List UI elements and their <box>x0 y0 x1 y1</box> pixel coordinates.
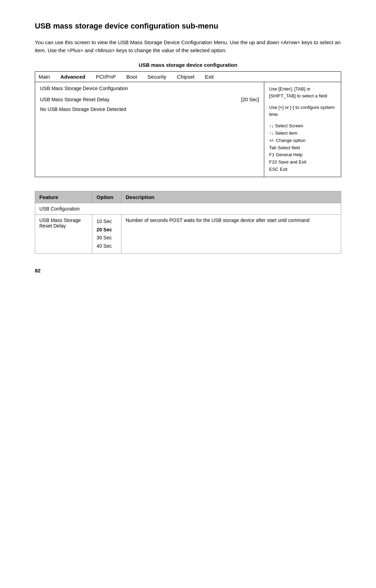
bios-left-panel: USB Mass Storage Device Configuration US… <box>35 82 264 177</box>
bios-reset-delay-value: [20 Sec] <box>241 97 259 102</box>
key-select-field: Tab Select field <box>269 144 336 152</box>
key-arrows-screen: ↑↓ <box>269 122 274 130</box>
option-10sec[interactable]: 10 Sec <box>96 217 117 226</box>
bios-menu-exit[interactable]: Exit <box>205 74 214 80</box>
usb-reset-delay-options: 10 Sec 20 Sec 30 Sec 40 Sec <box>92 214 122 253</box>
bios-menu-chipset[interactable]: Chipset <box>177 74 195 80</box>
option-40sec[interactable]: 40 Sec <box>96 242 117 251</box>
feature-option-table: Feature Option Description USB Configura… <box>35 191 341 254</box>
bios-row-reset-delay[interactable]: USB Mass Storage Reset Delay [20 Sec] <box>40 97 259 102</box>
bios-section-title: USB Mass Storage Device Configuration <box>40 86 259 91</box>
usb-reset-delay-feature: USB Mass StorageReset Delay <box>35 214 92 253</box>
page-title: USB mass storage device configuration su… <box>35 21 341 31</box>
key-select-item-label: Select item <box>275 130 297 137</box>
key-esc-key: ESC <box>269 166 279 173</box>
usb-config-label: USB Configuration <box>35 203 341 214</box>
key-select-screen-label: Select Screen <box>275 122 303 130</box>
usb-reset-delay-row: USB Mass StorageReset Delay 10 Sec 20 Se… <box>35 214 341 253</box>
key-select-field-label: Select field <box>278 144 300 152</box>
intro-text: You can use this screen to view the USB … <box>35 38 341 55</box>
key-esc-label: Exit <box>280 166 288 173</box>
key-select-item: ↑↓ Select item <box>269 130 336 137</box>
bios-table: Main Advanced PCI/PnP Boot Security Chip… <box>35 71 341 177</box>
usb-reset-delay-description: Number of seconds POST waits for the USB… <box>121 214 341 253</box>
key-f1-key: F1 <box>269 151 274 159</box>
key-f1-label: General Help <box>276 151 303 159</box>
bios-help-enter: Use [Enter], [TAB] or [SHIFT_TAB] to sel… <box>269 86 336 99</box>
bios-menu-main[interactable]: Main <box>39 74 50 80</box>
section-heading: USB mass storage device configuration <box>35 62 341 68</box>
bios-menu-boot[interactable]: Boot <box>126 74 137 80</box>
key-f1: F1 General Help <box>269 151 336 159</box>
bios-keys-section: ↑↓ Select Screen ↑↓ Select item +/- Chan… <box>269 122 336 173</box>
description-col-header: Description <box>121 191 341 203</box>
option-20sec[interactable]: 20 Sec <box>96 226 117 234</box>
page-number: 82 <box>35 268 341 273</box>
option-col-header: Option <box>92 191 122 203</box>
key-change-option-label: Change option <box>276 137 306 144</box>
key-tab: Tab <box>269 144 276 152</box>
bios-help-plus: Use [+] or [-] to configure system time. <box>269 104 336 118</box>
key-plusminus: +/- <box>269 137 275 144</box>
option-30sec[interactable]: 30 Sec <box>96 234 117 242</box>
bios-row-no-device: No USB Mass Storage Device Detected <box>40 106 259 112</box>
key-f10-key: F10 <box>269 159 277 166</box>
feature-table-header-row: Feature Option Description <box>35 191 341 203</box>
key-select-screen: ↑↓ Select Screen <box>269 122 336 130</box>
feature-col-header: Feature <box>35 191 92 203</box>
bios-menu-bar: Main Advanced PCI/PnP Boot Security Chip… <box>35 72 341 82</box>
key-f10-label: Save and Exit <box>278 159 306 166</box>
bios-menu-pcinp[interactable]: PCI/PnP <box>96 74 116 80</box>
usb-config-section-row: USB Configuration <box>35 203 341 214</box>
option-list: 10 Sec 20 Sec 30 Sec 40 Sec <box>96 217 117 251</box>
key-esc: ESC Exit <box>269 166 336 173</box>
bios-menu-security[interactable]: Security <box>148 74 166 80</box>
key-change-option: +/- Change option <box>269 137 336 144</box>
bios-reset-delay-label: USB Mass Storage Reset Delay <box>40 97 238 102</box>
bios-right-panel: Use [Enter], [TAB] or [SHIFT_TAB] to sel… <box>264 82 341 177</box>
bios-content: USB Mass Storage Device Configuration US… <box>35 82 341 177</box>
bios-no-device-label: No USB Mass Storage Device Detected <box>40 106 256 112</box>
key-f10: F10 Save and Exit <box>269 159 336 166</box>
key-arrows-item: ↑↓ <box>269 130 274 137</box>
bios-menu-advanced[interactable]: Advanced <box>61 74 86 80</box>
